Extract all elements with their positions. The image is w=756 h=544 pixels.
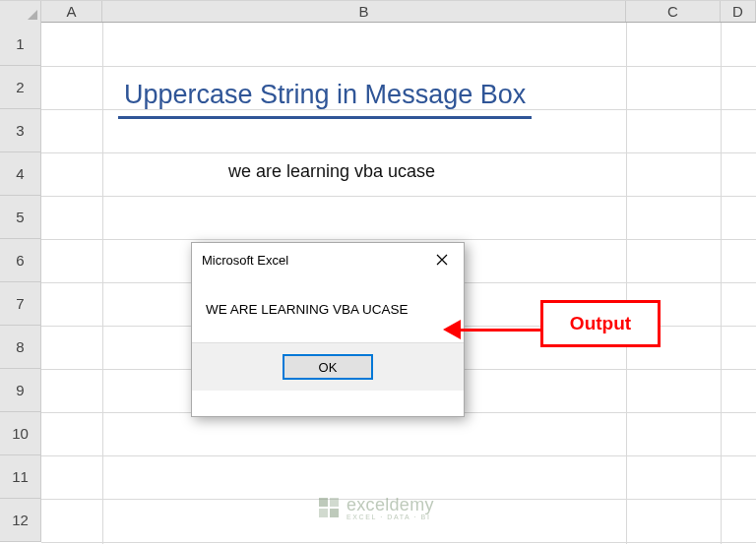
row-header-6[interactable]: 6 (0, 239, 41, 282)
annotation-arrow (443, 320, 541, 339)
ok-button[interactable]: OK (283, 354, 373, 380)
row-header-1[interactable]: 1 (0, 23, 41, 66)
row-header-3[interactable]: 3 (0, 109, 41, 152)
dialog-title: Microsoft Excel (202, 253, 288, 268)
row-header-10[interactable]: 10 (0, 412, 41, 455)
col-header-B[interactable]: B (102, 1, 626, 22)
row-header-7[interactable]: 7 (0, 282, 41, 326)
row-header-2[interactable]: 2 (0, 66, 41, 109)
svg-rect-3 (330, 509, 339, 517)
select-all-corner[interactable] (0, 1, 41, 23)
dialog-message: WE ARE LEARNING VBA UCASE (206, 302, 452, 317)
watermark-logo-icon (317, 496, 341, 519)
col-header-D[interactable]: D (721, 1, 756, 22)
row-header-12[interactable]: 12 (0, 499, 41, 542)
dialog-body: WE ARE LEARNING VBA UCASE (192, 276, 464, 343)
row-headers: 1 2 3 4 5 6 7 8 9 10 11 12 (0, 23, 41, 542)
watermark-brand: exceldemy (346, 495, 434, 515)
dialog-footer: OK (192, 343, 464, 391)
row-header-4[interactable]: 4 (0, 152, 41, 196)
close-icon[interactable] (420, 244, 464, 275)
page-title: Uppercase String in Message Box (118, 80, 532, 119)
output-callout: Output (540, 300, 661, 347)
arrow-line (457, 329, 541, 332)
svg-rect-1 (330, 498, 339, 507)
source-text-cell[interactable]: we are learning vba ucase (228, 161, 435, 182)
message-box: Microsoft Excel WE ARE LEARNING VBA UCAS… (191, 242, 465, 417)
excel-sheet: A B C D 1 2 3 4 5 6 7 8 9 10 11 12 Upper… (0, 0, 756, 544)
svg-rect-2 (319, 509, 328, 517)
dialog-titlebar[interactable]: Microsoft Excel (192, 243, 464, 276)
column-headers: A B C D (0, 1, 756, 23)
watermark-tagline: EXCEL · DATA · BI (346, 514, 434, 520)
row-header-9[interactable]: 9 (0, 369, 41, 412)
watermark: exceldemy EXCEL · DATA · BI (317, 495, 434, 520)
col-header-A[interactable]: A (41, 1, 102, 22)
col-header-C[interactable]: C (626, 1, 721, 22)
row-header-11[interactable]: 11 (0, 455, 41, 499)
svg-rect-0 (319, 498, 328, 507)
row-header-8[interactable]: 8 (0, 326, 41, 369)
row-header-5[interactable]: 5 (0, 196, 41, 239)
